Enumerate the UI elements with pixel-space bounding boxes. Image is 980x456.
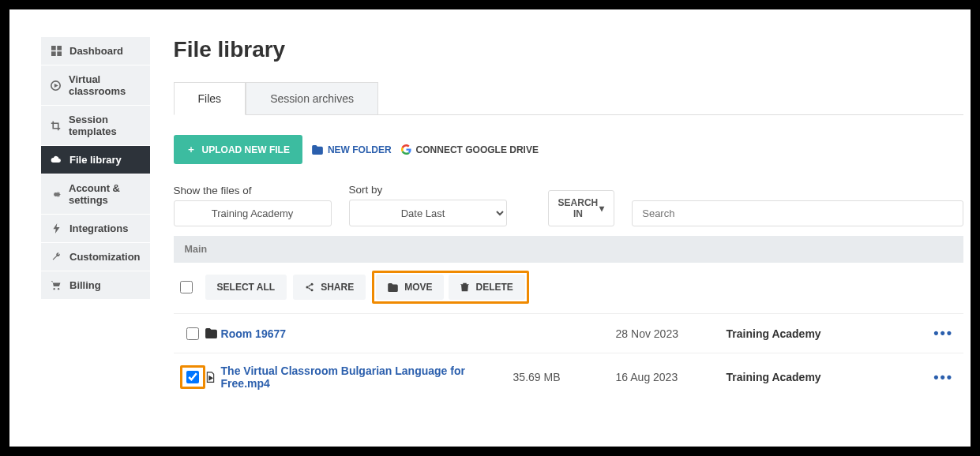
tabs: Files Session archives: [174, 82, 964, 115]
filter-show-files-of: Show the files of Training Academy: [174, 185, 332, 226]
svg-point-7: [54, 288, 55, 290]
sort-by-label: Sort by: [349, 184, 507, 196]
folder-icon: [312, 145, 323, 155]
gear-icon: [51, 189, 61, 200]
crop-icon: [51, 121, 61, 131]
select-all-checkbox[interactable]: [180, 281, 193, 293]
move-button[interactable]: MOVE: [376, 275, 444, 300]
file-date: 16 Aug 2023: [616, 371, 727, 383]
wrench-icon: [51, 252, 62, 262]
svg-point-10: [306, 286, 309, 289]
play-circle-icon: [51, 80, 61, 91]
sidebar-item-virtual-classrooms[interactable]: Virtual classrooms: [41, 65, 150, 105]
trash-icon: [460, 282, 469, 292]
show-files-of-label: Show the files of: [174, 185, 332, 196]
caret-down-icon: ▾: [599, 203, 604, 214]
sidebar-item-label: File library: [69, 154, 122, 166]
row-menu-button[interactable]: •••: [933, 325, 957, 342]
row-checkbox[interactable]: [186, 371, 199, 383]
sidebar-item-label: Customization: [69, 251, 141, 263]
connect-gdrive-label: CONNECT GOOGLE DRIVE: [416, 144, 539, 155]
sidebar-item-integrations[interactable]: Integrations: [41, 215, 150, 242]
svg-marker-12: [208, 376, 212, 379]
cloud-icon: [51, 155, 62, 165]
svg-rect-2: [51, 51, 56, 56]
main-content: File library Files Session archives ＋ UP…: [150, 9, 980, 447]
sidebar-item-billing[interactable]: Billing: [41, 271, 150, 299]
file-name[interactable]: Room 19677: [221, 327, 513, 340]
upload-new-file-button[interactable]: ＋ UPLOAD NEW FILE: [174, 135, 302, 164]
grid-icon: [51, 46, 62, 56]
delete-label: DELETE: [475, 282, 513, 293]
file-name[interactable]: The Virtual Classroom Bulgarian Language…: [221, 364, 513, 390]
file-date: 28 Nov 2023: [616, 327, 727, 340]
sidebar-item-label: Integrations: [69, 222, 128, 234]
svg-point-8: [58, 288, 59, 290]
search-in-label: SEARCH IN: [558, 197, 599, 219]
cart-icon: [51, 280, 62, 290]
move-label: MOVE: [404, 282, 432, 293]
sidebar-item-label: Session templates: [69, 114, 141, 137]
sidebar: Dashboard Virtual classrooms Session tem…: [41, 37, 150, 447]
new-folder-label: NEW FOLDER: [328, 144, 392, 155]
sort-by-select[interactable]: Date Last: [349, 200, 507, 226]
new-folder-link[interactable]: NEW FOLDER: [312, 144, 392, 155]
svg-point-9: [311, 283, 314, 286]
sidebar-item-customization[interactable]: Customization: [41, 243, 150, 271]
sidebar-item-label: Account & settings: [69, 182, 141, 206]
file-owner: Training Academy: [727, 327, 934, 340]
svg-marker-5: [54, 84, 58, 88]
file-owner: Training Academy: [727, 371, 934, 383]
sidebar-item-file-library[interactable]: File library: [41, 146, 150, 174]
svg-rect-3: [57, 51, 62, 56]
tab-files[interactable]: Files: [174, 82, 246, 115]
table-row: The Virtual Classroom Bulgarian Language…: [174, 353, 964, 401]
file-size: 35.69 MB: [513, 371, 616, 383]
select-all-button[interactable]: SELECT ALL: [205, 275, 287, 300]
svg-rect-0: [51, 46, 56, 50]
share-button[interactable]: SHARE: [293, 275, 366, 300]
connect-google-drive-link[interactable]: CONNECT GOOGLE DRIVE: [401, 144, 539, 155]
folder-icon: [388, 283, 398, 292]
sidebar-item-account-settings[interactable]: Account & settings: [41, 174, 150, 214]
row-checkbox[interactable]: [186, 327, 199, 340]
sidebar-item-dashboard[interactable]: Dashboard: [41, 37, 150, 65]
sidebar-item-label: Billing: [69, 279, 101, 291]
upload-button-label: UPLOAD NEW FILE: [202, 144, 290, 155]
google-icon: [401, 144, 411, 155]
tab-session-archives[interactable]: Session archives: [246, 82, 378, 115]
page-title: File library: [174, 37, 964, 62]
select-all-label: SELECT ALL: [217, 282, 276, 293]
search-in-button[interactable]: SEARCH IN ▾: [548, 190, 615, 226]
svg-marker-6: [53, 223, 59, 234]
delete-button[interactable]: DELETE: [449, 275, 524, 300]
search-input[interactable]: [632, 200, 963, 226]
video-file-icon: [205, 372, 221, 383]
row-menu-button[interactable]: •••: [933, 369, 957, 386]
svg-point-11: [311, 289, 314, 291]
table-row: Room 19677 28 Nov 2023 Training Academy …: [174, 313, 964, 353]
plus-icon: ＋: [186, 143, 196, 156]
sidebar-item-session-templates[interactable]: Session templates: [41, 106, 150, 145]
sidebar-item-label: Virtual classrooms: [69, 73, 141, 97]
breadcrumb[interactable]: Main: [174, 236, 964, 263]
show-files-of-select[interactable]: Training Academy: [174, 200, 332, 226]
share-label: SHARE: [321, 282, 354, 293]
svg-rect-1: [57, 46, 62, 50]
bolt-icon: [51, 223, 62, 234]
sidebar-item-label: Dashboard: [69, 45, 123, 57]
share-icon: [305, 282, 314, 292]
filter-sort-by: Sort by Date Last: [349, 184, 507, 226]
folder-icon: [205, 328, 221, 338]
move-delete-highlight: MOVE DELETE: [372, 271, 529, 304]
